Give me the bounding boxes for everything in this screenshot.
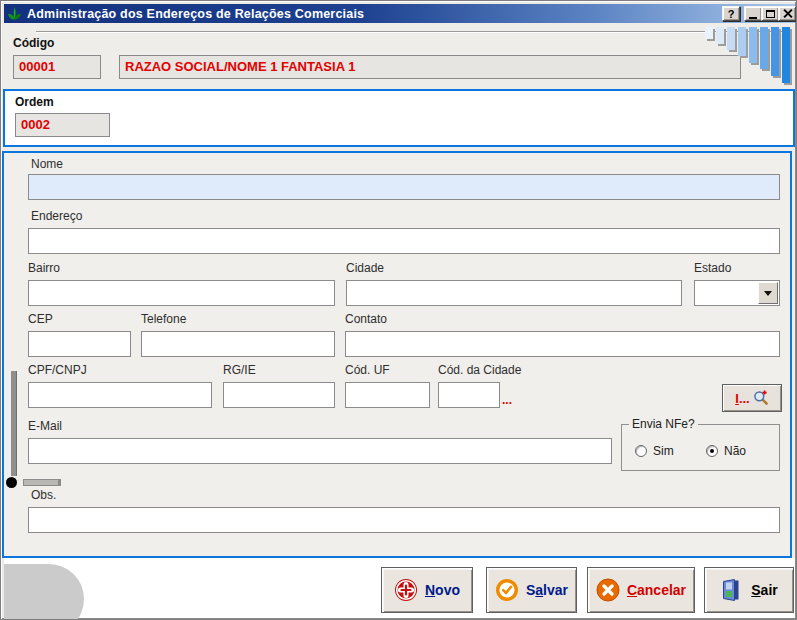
- envia-nfe-groupbox: Envia NFe? Sim Não: [621, 424, 780, 471]
- nfe-sim-option[interactable]: Sim: [635, 444, 674, 458]
- zoom-in-magnifier-icon: [753, 390, 769, 406]
- close-icon: [783, 9, 792, 18]
- radio-sim-label: Sim: [653, 444, 674, 458]
- ordem-panel: Ordem 0002: [3, 89, 795, 147]
- cod-cidade-input[interactable]: [438, 382, 500, 408]
- cancelar-button[interactable]: Cancelar: [587, 567, 695, 613]
- bairro-label: Bairro: [28, 261, 60, 275]
- maximize-icon: [766, 10, 775, 18]
- mini-slider-track[interactable]: [23, 479, 61, 486]
- minimize-icon: [749, 17, 757, 19]
- splitter-knob[interactable]: [6, 477, 17, 488]
- ordem-value-field: 0002: [15, 113, 110, 137]
- sair-button[interactable]: Sair: [704, 567, 794, 613]
- salvar-button[interactable]: Salvar: [486, 567, 577, 613]
- email-label: E-Mail: [28, 419, 62, 433]
- estado-select[interactable]: [694, 280, 780, 306]
- cod-cidade-label: Cód. da Cidade: [438, 363, 521, 377]
- help-icon: ?: [728, 8, 735, 20]
- maximize-button[interactable]: [761, 6, 779, 21]
- cpf-cnpj-label: CPF/CNPJ: [28, 363, 87, 377]
- obs-input[interactable]: [28, 507, 780, 533]
- corner-decoration: [4, 564, 84, 620]
- check-save-icon: [495, 578, 519, 602]
- endereco-label: Endereço: [31, 209, 82, 223]
- search-lookup-button[interactable]: I...: [722, 384, 782, 412]
- cidade-label: Cidade: [346, 261, 384, 275]
- endereco-input[interactable]: [28, 228, 780, 254]
- estado-label: Estado: [694, 261, 731, 275]
- novo-button[interactable]: Novo: [381, 567, 473, 613]
- app-plant-icon: [7, 6, 22, 21]
- radio-nao[interactable]: [706, 445, 718, 457]
- exit-door-icon: [720, 578, 744, 602]
- help-button[interactable]: ?: [722, 6, 740, 21]
- email-input[interactable]: [28, 438, 612, 464]
- header-divider: [36, 31, 791, 33]
- cep-input[interactable]: [28, 331, 131, 357]
- radio-nao-label: Não: [724, 444, 746, 458]
- cod-uf-input[interactable]: [345, 382, 430, 408]
- rg-ie-input[interactable]: [223, 382, 335, 408]
- cidade-lookup-dots-link[interactable]: ...: [502, 393, 512, 407]
- logo-bars-decoration: [705, 27, 790, 83]
- minimize-button[interactable]: [744, 6, 762, 21]
- contato-label: Contato: [345, 312, 387, 326]
- estado-dropdown-button[interactable]: [758, 282, 778, 304]
- cancel-x-icon: [596, 578, 620, 602]
- add-plus-icon: [394, 578, 418, 602]
- cod-uf-label: Cód. UF: [345, 363, 390, 377]
- envia-nfe-legend: Envia NFe?: [629, 417, 698, 431]
- obs-label: Obs.: [31, 488, 56, 502]
- codigo-value-field: 00001: [13, 55, 101, 79]
- nome-label: Nome: [31, 157, 63, 171]
- nfe-nao-option[interactable]: Não: [706, 444, 746, 458]
- cidade-input[interactable]: [346, 280, 682, 306]
- telefone-label: Telefone: [141, 312, 186, 326]
- window-title: Administração dos Endereços de Relações …: [27, 7, 364, 21]
- ordem-label: Ordem: [15, 95, 54, 109]
- address-form-panel: Nome Endereço Bairro Cidade Estado CEP T…: [2, 151, 792, 558]
- telefone-input[interactable]: [141, 331, 335, 357]
- close-button[interactable]: [778, 6, 796, 21]
- bairro-input[interactable]: [28, 280, 335, 306]
- vertical-splitter-bar[interactable]: [11, 371, 17, 476]
- codigo-label: Código: [13, 36, 54, 50]
- cpf-cnpj-input[interactable]: [28, 382, 212, 408]
- radio-sim[interactable]: [635, 445, 647, 457]
- title-bar[interactable]: Administração dos Endereços de Relações …: [4, 4, 795, 23]
- chevron-down-icon: [764, 291, 772, 296]
- contato-input[interactable]: [345, 331, 780, 357]
- app-window: Administração dos Endereços de Relações …: [0, 0, 797, 620]
- cep-label: CEP: [28, 312, 53, 326]
- nome-input[interactable]: [28, 174, 780, 200]
- razao-social-field: RAZAO SOCIAL/NOME 1 FANTASIA 1: [119, 55, 741, 79]
- rg-ie-label: RG/IE: [223, 363, 256, 377]
